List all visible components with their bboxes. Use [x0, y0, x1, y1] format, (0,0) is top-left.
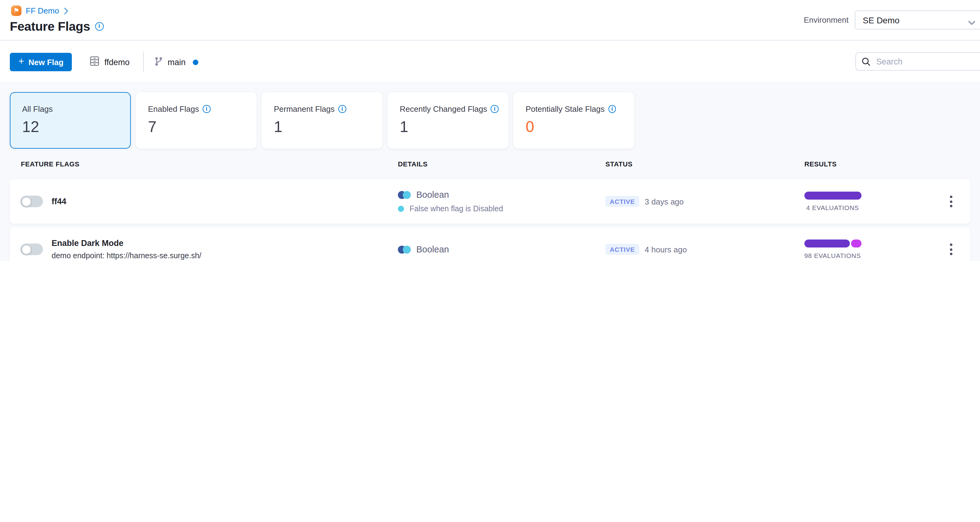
- evaluations-label: 98 EVALUATIONS: [804, 252, 861, 259]
- stat-card-label-row: Permanent Flags i: [274, 104, 382, 114]
- flag-name-block: ff44: [52, 197, 66, 206]
- stat-card[interactable]: Potentially Stale Flags i 0: [513, 92, 634, 149]
- info-icon[interactable]: i: [338, 105, 346, 113]
- page-header: ⚑ FF Demo Feature Flags i Environment SE…: [0, 0, 980, 41]
- column-header-results: RESULTS: [804, 160, 837, 168]
- flag-status: ACTIVE 3 days ago: [605, 196, 684, 207]
- row-menu-button[interactable]: [946, 193, 957, 210]
- flag-results: 4 EVALUATIONS: [771, 192, 894, 211]
- column-header-details: DETAILS: [398, 160, 428, 168]
- flag-toggle[interactable]: [20, 243, 43, 255]
- boolean-icon: [398, 191, 411, 199]
- status-badge: ACTIVE: [605, 196, 639, 207]
- flag-name-block: Enable Dark Mode demo endpoint: https://…: [52, 239, 201, 260]
- search-input[interactable]: [875, 56, 979, 67]
- harness-flag-logo: ⚑: [11, 6, 21, 16]
- stat-card[interactable]: Recently Changed Flags i 1: [387, 92, 508, 149]
- evaluation-bar-segment: [804, 240, 850, 247]
- flag-status: ACTIVE 4 hours ago: [605, 244, 687, 255]
- stat-card[interactable]: Permanent Flags i 1: [262, 92, 383, 149]
- feature-flags-page: ⚑ FF Demo Feature Flags i Environment SE…: [0, 0, 980, 261]
- branch-name: main: [168, 57, 186, 67]
- stat-card[interactable]: All Flags 12: [10, 92, 131, 149]
- stat-card-label-row: Potentially Stale Flags i: [526, 104, 634, 114]
- status-badge: ACTIVE: [605, 244, 639, 255]
- stat-card-value: 1: [274, 118, 382, 136]
- repository-icon: [90, 56, 99, 68]
- breadcrumb-project-link[interactable]: FF Demo: [26, 6, 59, 15]
- evaluation-bar-segment: [804, 192, 861, 200]
- evaluation-bar-segment: [851, 240, 861, 247]
- breadcrumb: ⚑ FF Demo: [11, 6, 69, 16]
- repository-name: ffdemo: [104, 57, 130, 67]
- content-area: All Flags 12 Enabled Flags i 7 Permanent…: [0, 82, 980, 261]
- environment-label: Environment: [804, 15, 849, 25]
- toggle-knob: [21, 197, 31, 206]
- stat-card-value: 7: [148, 118, 256, 136]
- flag-rows: ff44 Boolean False when flag is Disabled…: [10, 179, 970, 261]
- chevron-right-icon: [64, 7, 69, 14]
- column-header-status: STATUS: [605, 160, 632, 168]
- stat-card[interactable]: Enabled Flags i 7: [136, 92, 257, 149]
- evaluation-bar: [804, 240, 861, 247]
- stat-card-label: Permanent Flags: [274, 104, 335, 114]
- stat-card-label: Recently Changed Flags: [400, 104, 487, 114]
- info-icon[interactable]: i: [203, 105, 210, 113]
- evaluations-label: 4 EVALUATIONS: [806, 204, 859, 211]
- plus-icon: +: [18, 56, 24, 66]
- branch-status-dot: [193, 59, 199, 65]
- table-row[interactable]: ff44 Boolean False when flag is Disabled…: [10, 179, 970, 224]
- environment-select[interactable]: SE Demo: [855, 10, 980, 29]
- info-icon[interactable]: i: [491, 105, 499, 113]
- page-title: Feature Flags: [10, 19, 90, 34]
- divider: [143, 52, 144, 72]
- info-icon[interactable]: i: [95, 22, 103, 31]
- new-flag-button-label: New Flag: [29, 57, 64, 67]
- environment-value: SE Demo: [863, 15, 900, 25]
- table-row[interactable]: Enable Dark Mode demo endpoint: https://…: [10, 227, 970, 261]
- flag-type-line: Boolean: [398, 244, 449, 254]
- type-circle-cyan: [403, 245, 411, 253]
- flag-type-line: Boolean: [398, 190, 503, 200]
- stat-card-value: 12: [22, 118, 130, 136]
- row-menu-button[interactable]: [946, 241, 957, 258]
- stat-card-label-row: All Flags: [22, 104, 130, 114]
- repository-selector[interactable]: ffdemo: [90, 53, 130, 71]
- flag-details: Boolean: [398, 244, 449, 254]
- title-row: Feature Flags i: [10, 19, 103, 34]
- info-icon[interactable]: i: [608, 105, 616, 113]
- boolean-icon: [398, 245, 411, 253]
- search-icon: [861, 57, 871, 66]
- stat-card-label: All Flags: [22, 104, 53, 114]
- new-flag-button[interactable]: + New Flag: [10, 53, 72, 71]
- flag-type-label: Boolean: [416, 190, 449, 200]
- flag-results: 98 EVALUATIONS: [771, 240, 894, 259]
- column-header-feature-flags: FEATURE FLAGS: [21, 160, 80, 168]
- branch-selector[interactable]: main: [154, 53, 199, 71]
- evaluation-bar: [804, 192, 861, 200]
- type-circle-cyan: [403, 191, 411, 199]
- chevron-down-icon: [968, 18, 976, 28]
- flag-name: ff44: [52, 197, 66, 206]
- search-box: [855, 52, 980, 71]
- toggle-knob: [21, 244, 31, 254]
- stat-card-label-row: Enabled Flags i: [148, 104, 256, 114]
- flag-default-note: False when flag is Disabled: [398, 205, 503, 213]
- stat-card-value: 0: [526, 118, 634, 136]
- flag-description: demo endpoint: https://harness-se.surge.…: [52, 251, 201, 260]
- git-branch-icon: [154, 56, 163, 68]
- stat-card-value: 1: [400, 118, 508, 136]
- flag-default-note-text: False when flag is Disabled: [410, 205, 503, 213]
- stat-card-label-row: Recently Changed Flags i: [400, 104, 508, 114]
- flag-toggle[interactable]: [20, 196, 43, 207]
- toolbar: + New Flag ffdemo: [0, 41, 980, 82]
- flag-details: Boolean False when flag is Disabled: [398, 190, 503, 213]
- flag-type-label: Boolean: [416, 244, 449, 254]
- stat-card-label: Potentially Stale Flags: [526, 104, 605, 114]
- last-updated: 3 days ago: [645, 197, 684, 206]
- flag-name: Enable Dark Mode: [52, 239, 201, 248]
- last-updated: 4 hours ago: [645, 245, 687, 254]
- stat-cards: All Flags 12 Enabled Flags i 7 Permanent…: [10, 92, 634, 149]
- stat-card-label: Enabled Flags: [148, 104, 199, 114]
- variation-dot-icon: [398, 206, 404, 212]
